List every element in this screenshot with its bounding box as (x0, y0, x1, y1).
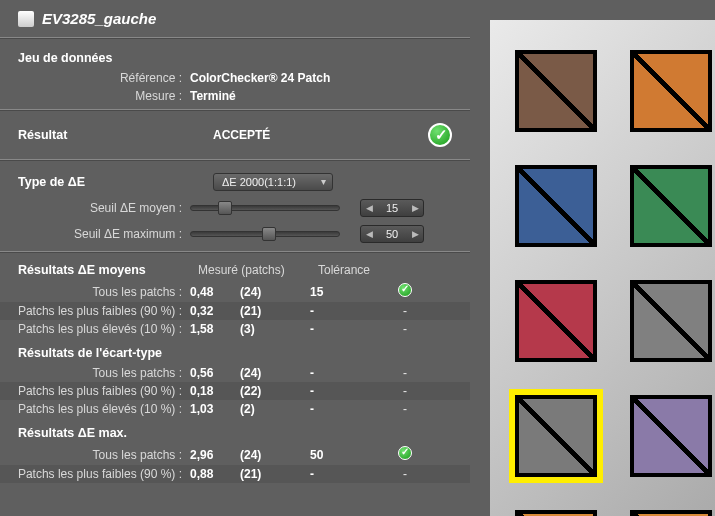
table-row: Tous les patchs :0,56(24)-- (0, 364, 470, 382)
measure-value: Terminé (190, 89, 236, 103)
row-tolerance: 50 (310, 448, 390, 462)
divider (0, 159, 470, 161)
color-swatch[interactable] (515, 165, 597, 247)
row-status (390, 446, 420, 463)
row-count: (24) (240, 366, 310, 380)
max-threshold-stepper[interactable]: ◀ 50 ▶ (360, 225, 424, 243)
avg-heading-row: Résultats ΔE moyens Mesuré (patchs) Tolé… (0, 257, 470, 281)
reference-label: Référence : (0, 71, 190, 85)
delta-e-type-label: Type de ΔE (18, 175, 213, 189)
row-status: - (390, 467, 420, 481)
delta-e-select[interactable]: ΔE 2000(1:1:1) (213, 173, 333, 191)
result-value: ACCEPTÉ (213, 128, 428, 142)
max-threshold-label: Seuil ΔE maximum : (0, 227, 190, 241)
row-status: - (390, 384, 420, 398)
avg-threshold-slider[interactable] (190, 205, 340, 211)
row-tolerance: - (310, 467, 390, 481)
row-count: (21) (240, 467, 310, 481)
row-label: Patchs les plus élevés (10 %) : (0, 322, 190, 336)
row-label: Patchs les plus faibles (90 %) : (0, 304, 190, 318)
color-swatch[interactable] (515, 395, 597, 477)
divider (0, 251, 470, 253)
table-row: Tous les patchs :2,96(24)50 (0, 444, 470, 465)
measure-label: Mesure : (0, 89, 190, 103)
row-label: Tous les patchs : (0, 366, 190, 380)
row-tolerance: - (310, 402, 390, 416)
row-count: (21) (240, 304, 310, 318)
result-row: Résultat ACCEPTÉ (0, 115, 470, 155)
row-measured: 1,03 (190, 402, 240, 416)
panel-header: EV3285_gauche (0, 0, 470, 33)
stepper-right-icon[interactable]: ▶ (407, 229, 423, 239)
table-row: Patchs les plus faibles (90 %) :0,88(21)… (0, 465, 470, 483)
max-threshold-row: Seuil ΔE maximum : ◀ 50 ▶ (0, 221, 470, 247)
row-measured: 0,88 (190, 467, 240, 481)
max-threshold-value: 50 (377, 228, 407, 240)
reference-row: Référence : ColorChecker® 24 Patch (0, 69, 470, 87)
col-measured: Mesuré (patchs) (198, 263, 318, 277)
row-label: Patchs les plus faibles (90 %) : (0, 467, 190, 481)
avg-heading: Résultats ΔE moyens (0, 263, 198, 277)
max-heading: Résultats ΔE max. (0, 418, 470, 444)
row-tolerance: - (310, 322, 390, 336)
color-swatch[interactable] (630, 165, 712, 247)
row-status (390, 283, 420, 300)
table-row: Patchs les plus élevés (10 %) :1,03(2)-- (0, 400, 470, 418)
swatch-preview (490, 20, 715, 516)
color-swatch[interactable] (630, 280, 712, 362)
check-icon (398, 446, 412, 460)
color-swatch[interactable] (630, 510, 712, 516)
row-measured: 1,58 (190, 322, 240, 336)
row-label: Patchs les plus faibles (90 %) : (0, 384, 190, 398)
row-status: - (390, 366, 420, 380)
row-count: (22) (240, 384, 310, 398)
reference-value: ColorChecker® 24 Patch (190, 71, 330, 85)
color-swatch[interactable] (515, 280, 597, 362)
row-status: - (390, 304, 420, 318)
row-count: (24) (240, 285, 310, 299)
stepper-right-icon[interactable]: ▶ (407, 203, 423, 213)
color-swatch[interactable] (515, 510, 597, 516)
results-panel: EV3285_gauche Jeu de données Référence :… (0, 0, 470, 516)
row-label: Patchs les plus élevés (10 %) : (0, 402, 190, 416)
row-status: - (390, 402, 420, 416)
avg-threshold-label: Seuil ΔE moyen : (0, 201, 190, 215)
row-measured: 0,18 (190, 384, 240, 398)
stepper-left-icon[interactable]: ◀ (361, 229, 377, 239)
result-label: Résultat (18, 128, 213, 142)
row-tolerance: - (310, 384, 390, 398)
table-row: Tous les patchs :0,48(24)15 (0, 281, 470, 302)
col-tolerance: Tolérance (318, 263, 398, 277)
row-count: (2) (240, 402, 310, 416)
row-label: Tous les patchs : (0, 285, 190, 299)
panel-title: EV3285_gauche (42, 10, 156, 27)
row-count: (3) (240, 322, 310, 336)
document-icon (18, 11, 34, 27)
color-swatch[interactable] (630, 50, 712, 132)
row-tolerance: 15 (310, 285, 390, 299)
avg-threshold-stepper[interactable]: ◀ 15 ▶ (360, 199, 424, 217)
accepted-check-icon (428, 123, 452, 147)
row-measured: 2,96 (190, 448, 240, 462)
delta-e-type-row: Type de ΔE ΔE 2000(1:1:1) (0, 165, 470, 195)
std-heading: Résultats de l'écart-type (0, 338, 470, 364)
color-swatch[interactable] (630, 395, 712, 477)
swatch-grid (515, 50, 715, 516)
dataset-heading: Jeu de données (0, 43, 470, 69)
row-count: (24) (240, 448, 310, 462)
avg-threshold-row: Seuil ΔE moyen : ◀ 15 ▶ (0, 195, 470, 221)
row-status: - (390, 322, 420, 336)
color-swatch[interactable] (515, 50, 597, 132)
divider (0, 109, 470, 111)
stepper-left-icon[interactable]: ◀ (361, 203, 377, 213)
measure-row: Mesure : Terminé (0, 87, 470, 105)
row-measured: 0,32 (190, 304, 240, 318)
table-row: Patchs les plus élevés (10 %) :1,58(3)-- (0, 320, 470, 338)
check-icon (398, 283, 412, 297)
row-label: Tous les patchs : (0, 448, 190, 462)
max-threshold-slider[interactable] (190, 231, 340, 237)
table-row: Patchs les plus faibles (90 %) :0,18(22)… (0, 382, 470, 400)
divider (0, 37, 470, 39)
table-row: Patchs les plus faibles (90 %) :0,32(21)… (0, 302, 470, 320)
row-tolerance: - (310, 304, 390, 318)
